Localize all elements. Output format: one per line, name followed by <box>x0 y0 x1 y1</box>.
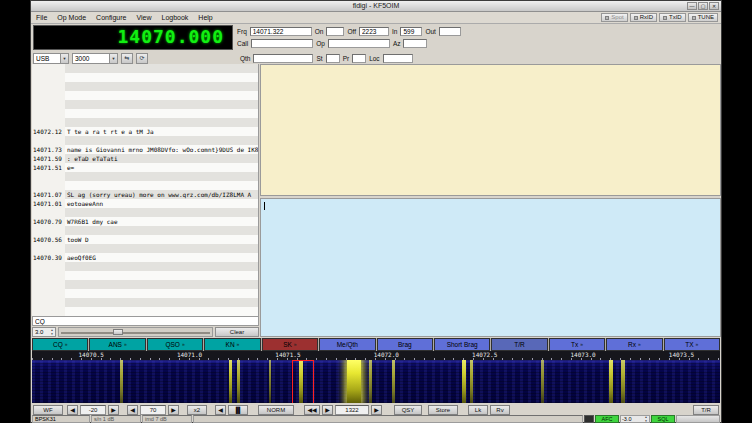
audio-freq-field[interactable]: 1322 <box>335 405 369 415</box>
titlebar[interactable]: fldigi - KF5OIM —▢✕ <box>31 1 721 12</box>
center-waterfall-button[interactable]: ▐▌ <box>228 405 248 415</box>
clear-button[interactable]: Clear <box>215 327 259 337</box>
menu-logbook[interactable]: Logbook <box>156 12 193 23</box>
browser-row[interactable] <box>32 298 258 307</box>
macro-kn-button[interactable]: KN» <box>204 338 260 351</box>
tx-text-panel[interactable] <box>260 198 721 337</box>
swap-button[interactable]: ⇆ <box>121 53 133 64</box>
spot-toggle[interactable]: Spot <box>601 13 627 22</box>
loc-field[interactable] <box>383 54 413 63</box>
call-field[interactable] <box>251 39 313 48</box>
bandwidth-cursor[interactable] <box>292 360 314 403</box>
browser-row[interactable] <box>32 82 258 91</box>
afc-toggle[interactable]: AFC <box>595 415 619 423</box>
browser-row[interactable] <box>32 280 258 289</box>
op-field[interactable] <box>328 39 390 48</box>
macro-ans-button[interactable]: ANS» <box>89 338 145 351</box>
browser-row[interactable] <box>32 271 258 280</box>
zoom-button[interactable]: x2 <box>187 405 207 415</box>
range-field[interactable]: 70 <box>140 405 166 415</box>
range-increase-button[interactable]: ▶ <box>168 405 179 415</box>
macro-t-r-button[interactable]: T/R <box>491 338 547 351</box>
browser-row[interactable] <box>32 226 258 235</box>
txrx-button[interactable]: T/R <box>693 405 719 415</box>
freq-coarse-down-button[interactable]: ◀◀ <box>304 405 320 415</box>
bandwidth-select[interactable]: 3000 ▼ <box>72 53 118 64</box>
menu-view[interactable]: View <box>131 12 156 23</box>
spinner-arrows-icon[interactable]: ▲▼ <box>643 415 649 423</box>
browser-row[interactable]: 14070.39aeoQf0EG <box>32 253 258 262</box>
ref-decrease-button[interactable]: ◀ <box>67 405 78 415</box>
ref-level-field[interactable]: -20 <box>80 405 106 415</box>
range-decrease-button[interactable]: ◀ <box>127 405 138 415</box>
macro-me-qth-button[interactable]: Me/Qth <box>319 338 375 351</box>
st-field[interactable] <box>326 54 340 63</box>
rx-text-panel[interactable] <box>260 64 721 196</box>
az-field[interactable] <box>403 39 427 48</box>
browser-row[interactable] <box>32 244 258 253</box>
browser-row[interactable]: 14070.79W7R6B1 dmy cae <box>32 217 258 226</box>
macro-qso-button[interactable]: QSO» <box>147 338 203 351</box>
browser-row[interactable] <box>32 307 258 316</box>
browser-row[interactable]: 14071.01eotoaeeAnn <box>32 199 258 208</box>
ref-increase-button[interactable]: ▶ <box>108 405 119 415</box>
macro-short-brag-button[interactable]: Short Brag <box>434 338 490 351</box>
mode-select[interactable]: USB ▼ <box>33 53 69 64</box>
maximize-button[interactable]: ▢ <box>698 2 708 10</box>
browser-row[interactable] <box>32 118 258 127</box>
browser-row[interactable]: 14070.56tooW D <box>32 235 258 244</box>
revert-button[interactable]: ⟳ <box>136 53 148 64</box>
macro-rx-button[interactable]: Rx» <box>606 338 662 351</box>
time-off-field[interactable] <box>359 27 389 36</box>
browser-row[interactable] <box>32 136 258 145</box>
browser-row[interactable] <box>32 64 258 73</box>
macro-cq-button[interactable]: CQ» <box>32 338 88 351</box>
browser-row[interactable] <box>32 73 258 82</box>
waterfall-display[interactable] <box>32 360 720 403</box>
browser-row[interactable] <box>32 172 258 181</box>
browser-row[interactable]: 14071.07SL ag (sorry ureau) more on www.… <box>32 190 258 199</box>
sql-toggle[interactable]: SQL <box>651 415 675 423</box>
minimize-button[interactable]: — <box>687 2 697 10</box>
mode-indicator[interactable]: BPSK31 <box>32 415 90 423</box>
browser-row[interactable]: 14071.51e= <box>32 163 258 172</box>
wf-mode-button[interactable]: WF <box>33 405 63 415</box>
freq-up-button[interactable]: ▶ <box>371 405 382 415</box>
menu-op-mode[interactable]: Op Mode <box>52 12 91 23</box>
browser-row[interactable] <box>32 91 258 100</box>
browser-row[interactable]: 14072.12T te a ra t rt e a tM Ja <box>32 127 258 136</box>
txlevel-spinner[interactable]: -3.0 ▲▼ <box>620 415 650 423</box>
store-button[interactable]: Store <box>428 405 458 415</box>
txid-toggle[interactable]: TxID <box>659 13 686 22</box>
freq-down-button[interactable]: ▶ <box>322 405 333 415</box>
browser-row[interactable]: 14071.73name is Giovanni mrno JM08DVfo: … <box>32 145 258 154</box>
lock-button[interactable]: Lk <box>468 405 488 415</box>
tune-toggle[interactable]: TUNE <box>688 13 718 22</box>
frq-field[interactable] <box>250 27 312 36</box>
time-on-field[interactable] <box>326 27 344 36</box>
browser-row[interactable] <box>32 208 258 217</box>
scroll-left-button[interactable]: ◀ <box>215 405 226 415</box>
qth-field[interactable] <box>253 54 313 63</box>
close-button[interactable]: ✕ <box>709 2 719 10</box>
macro-sk-button[interactable]: SK» <box>262 338 318 351</box>
reverse-button[interactable]: Rv <box>490 405 510 415</box>
seek-input[interactable] <box>32 316 259 326</box>
browser-row[interactable] <box>32 289 258 298</box>
slider-handle[interactable] <box>113 329 123 335</box>
browser-row[interactable] <box>32 109 258 118</box>
browser-row[interactable] <box>32 181 258 190</box>
macro-tx2-button[interactable]: TX» <box>664 338 720 351</box>
menu-configure[interactable]: Configure <box>91 12 131 23</box>
rst-out-field[interactable] <box>439 27 461 36</box>
wf-speed-button[interactable]: NORM <box>258 405 294 415</box>
menu-help[interactable]: Help <box>193 12 217 23</box>
macro-tx-button[interactable]: Tx» <box>549 338 605 351</box>
browser-row[interactable] <box>32 262 258 271</box>
menu-file[interactable]: File <box>31 12 52 23</box>
qsy-button[interactable]: QSY <box>394 405 422 415</box>
rxid-toggle[interactable]: RxID <box>630 13 657 22</box>
squelch-spinner[interactable]: 3.0 ▲▼ <box>32 327 56 337</box>
squelch-slider[interactable] <box>58 327 213 337</box>
pr-field[interactable] <box>352 54 366 63</box>
